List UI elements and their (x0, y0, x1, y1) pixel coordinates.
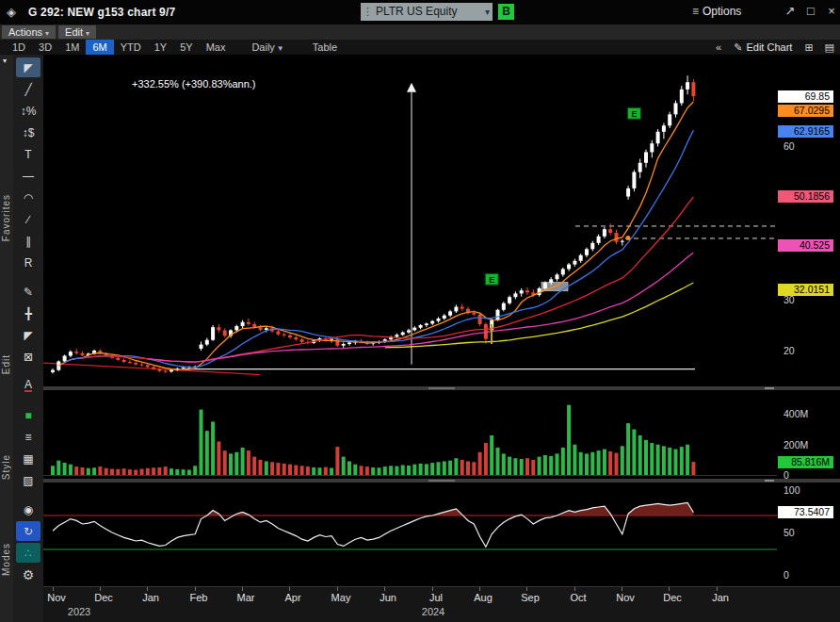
cursor-tool-icon: ◤ (24, 61, 32, 74)
edit-drawing-tool[interactable]: ✎ (16, 282, 40, 302)
regression-tool[interactable]: R (16, 253, 40, 272)
volume-panel[interactable] (43, 390, 777, 479)
chevron-down-icon: ▾ (86, 29, 89, 38)
app-grip-icon[interactable]: ◈ (7, 5, 16, 19)
chart-toolbar: 1D3D1M6MYTD1Y5YMax Daily▼ Table « ✎Edit … (0, 40, 840, 55)
arc-tool-icon: ◠ (24, 191, 33, 205)
frequency-select[interactable]: Daily▼ (245, 40, 290, 55)
refresh-mode-tool[interactable]: ↻ (16, 521, 40, 541)
period-button-1m[interactable]: 1M (58, 40, 86, 55)
x-axis-month-label: Jul (429, 592, 443, 603)
price-panel[interactable]: +332.55% (+390.83%ann.)EE (43, 55, 777, 386)
table-button[interactable]: Table (306, 40, 344, 55)
line-style-tool[interactable]: ≡ (16, 427, 40, 447)
y-axis-tick-label: 0 (783, 469, 789, 481)
period-button-ytd[interactable]: YTD (114, 40, 148, 55)
target-mode-tool[interactable]: ◉ (16, 499, 40, 519)
select-tool-icon: ◤ (24, 329, 32, 342)
actions-label: Actions (8, 26, 42, 38)
x-axis-month-label: Mar (237, 592, 255, 603)
trendline-tool[interactable]: ∕ (16, 209, 40, 229)
color-mode-tool[interactable]: ∴ (16, 543, 40, 563)
x-axis-tick (337, 587, 338, 591)
menubar: Actions▾ Edit▾ (0, 25, 840, 40)
line-style-tool-icon: ≡ (24, 431, 31, 444)
x-axis-tick (195, 587, 196, 591)
x-axis-month-label: Nov (616, 592, 635, 603)
text-note-tool[interactable]: T (16, 144, 40, 164)
close-icon[interactable]: × (823, 4, 840, 18)
rsi-panel[interactable] (43, 483, 777, 586)
x-axis-month-label: Jan (142, 592, 159, 603)
edit-chart-button[interactable]: ✎Edit Chart (727, 40, 799, 55)
security-input[interactable]: ⋮ PLTR US Equity ▾ (361, 3, 493, 21)
percent-measure-tool[interactable]: ↕% (16, 101, 40, 121)
price-label: 50.1856 (778, 190, 833, 203)
candle-color-swatch[interactable]: ■ (16, 405, 40, 425)
y-axis-tick-label: 100 (783, 484, 800, 496)
period-button-6m[interactable]: 6M (86, 40, 113, 55)
draw-line-tool[interactable]: ╱ (16, 79, 40, 99)
select-tool[interactable]: ◤ (16, 325, 40, 345)
annotate-panel-icon[interactable]: ⊞ (799, 41, 818, 54)
earnings-badge: E (627, 107, 640, 119)
cursor-tool[interactable]: ◤ (16, 57, 40, 77)
x-axis-tick (432, 587, 433, 591)
refresh-mode-tool-icon: ↻ (24, 525, 33, 538)
popout-icon[interactable]: ↗ (782, 4, 799, 18)
pattern-style-tool-icon: ▨ (23, 474, 33, 487)
divider-grip[interactable] (428, 387, 455, 389)
trendline-tool-icon: ∕ (27, 213, 29, 226)
collapse-rail-icon[interactable]: ▾ (3, 57, 7, 65)
options-menu[interactable]: ≡Options (692, 5, 741, 18)
collapse-left-icon[interactable]: « (710, 41, 727, 53)
x-axis-month-label: Jan (712, 592, 729, 603)
x-axis-tick (100, 587, 101, 591)
x-axis-year-label: 2024 (422, 606, 444, 617)
candle-color-swatch-icon: ■ (24, 409, 31, 422)
x-axis-tick (289, 587, 290, 591)
SMAVG-20d (65, 130, 694, 368)
grid-style-tool[interactable]: ▦ (16, 449, 40, 468)
chevron-down-icon[interactable]: ▾ (482, 3, 493, 21)
period-button-1y[interactable]: 1Y (148, 40, 173, 55)
SMAVG-50d (83, 197, 694, 362)
divider-grip[interactable] (428, 480, 455, 482)
actions-menu[interactable]: Actions▾ (2, 25, 56, 39)
delete-tool[interactable]: ⊠ (16, 347, 40, 367)
pattern-style-tool[interactable]: ▨ (16, 470, 40, 490)
rsi-chart-svg[interactable] (43, 483, 777, 586)
price-chart-svg[interactable]: +332.55% (+390.83%ann.)EE (43, 55, 777, 386)
settings-gear-icon[interactable]: ⚙ (16, 565, 40, 584)
price-label: 40.525 (778, 239, 833, 252)
period-buttons: 1D3D1M6MYTD1Y5YMax (6, 40, 232, 55)
section-label-favorites: Favorites (1, 194, 11, 241)
x-axis-tick (479, 587, 480, 591)
maximize-icon[interactable]: □ (802, 4, 819, 18)
period-button-3d[interactable]: 3D (32, 40, 58, 55)
chart-area: +332.55% (+390.83%ann.)EE NovDecJanFebMa… (43, 55, 840, 622)
edit-menu[interactable]: Edit▾ (58, 25, 96, 39)
x-axis-tick (147, 587, 148, 591)
x-axis-tick (242, 587, 243, 591)
options-label: Options (703, 5, 741, 18)
sidebar-section-labels: ▾ FavoritesEditStyleModes (0, 55, 13, 622)
period-button-max[interactable]: Max (200, 40, 233, 55)
volume-chart-svg[interactable] (43, 390, 777, 479)
y-axis-tick-label: 30 (783, 294, 795, 305)
move-tool[interactable]: ╋ (16, 303, 40, 323)
draw-line-tool-icon: ╱ (24, 83, 31, 96)
window-title: G 292: NEW g153 chart 9/7 (28, 6, 175, 19)
period-button-5y[interactable]: 5Y (173, 40, 199, 55)
layout-panel-icon[interactable]: ▤ (819, 41, 840, 54)
horizontal-line-tool[interactable]: — (16, 166, 40, 186)
edit-drawing-tool-icon: ✎ (24, 286, 33, 299)
candles (51, 75, 695, 373)
text-format-tool[interactable]: A (16, 376, 40, 396)
period-button-1d[interactable]: 1D (6, 40, 32, 55)
delete-tool-icon: ⊠ (24, 351, 33, 364)
channel-tool[interactable]: ∥ (16, 231, 40, 251)
price-measure-tool[interactable]: ↕$ (16, 123, 40, 142)
arc-tool[interactable]: ◠ (16, 188, 40, 207)
edit-chart-label: Edit Chart (746, 41, 792, 53)
